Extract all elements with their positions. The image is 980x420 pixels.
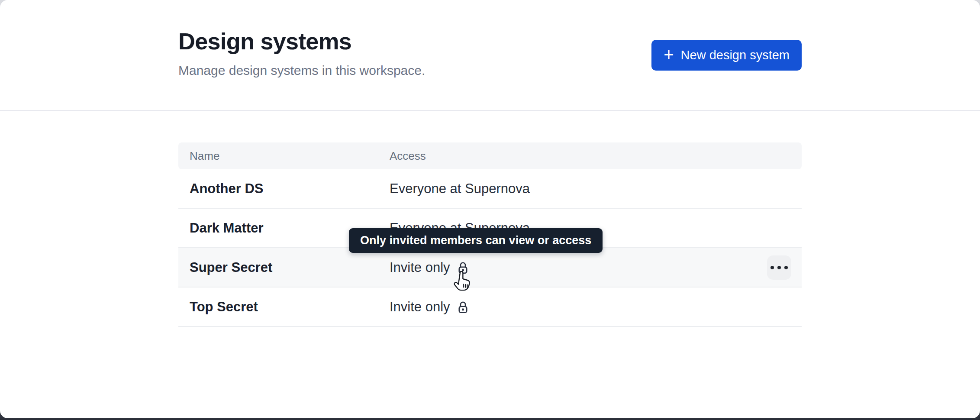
table-header: Name Access [178, 142, 802, 169]
ds-name: Another DS [190, 181, 390, 197]
plus-icon: + [664, 46, 674, 63]
new-design-system-button[interactable]: + New design system [651, 40, 802, 71]
ds-name: Top Secret [190, 299, 390, 315]
table-row-super-secret[interactable]: Super Secret Invite only [178, 248, 802, 288]
new-design-system-label: New design system [681, 48, 790, 62]
column-header-name: Name [190, 149, 390, 163]
row-more-button[interactable] [767, 255, 791, 280]
lock-icon [457, 301, 469, 314]
main-panel: Design systems Manage design systems in … [0, 0, 980, 418]
screen: Design systems Manage design systems in … [0, 0, 980, 420]
column-header-access: Access [390, 149, 767, 163]
page-subtitle: Manage design systems in this workspace. [178, 62, 425, 79]
ds-access: Invite only [390, 299, 450, 315]
page-title: Design systems [178, 28, 425, 55]
table-row-another-ds[interactable]: Another DS Everyone at Supernova [178, 169, 802, 209]
access-tooltip: Only invited members can view or access [349, 228, 603, 253]
ds-name: Super Secret [190, 260, 390, 275]
header-divider [0, 110, 980, 111]
ellipsis-icon [770, 266, 774, 269]
hand-cursor-icon [453, 271, 473, 293]
page-header: Design systems Manage design systems in … [178, 28, 425, 79]
ds-access: Invite only [390, 260, 450, 275]
table-row-top-secret[interactable]: Top Secret Invite only [178, 288, 802, 327]
ds-access: Everyone at Supernova [390, 181, 530, 197]
